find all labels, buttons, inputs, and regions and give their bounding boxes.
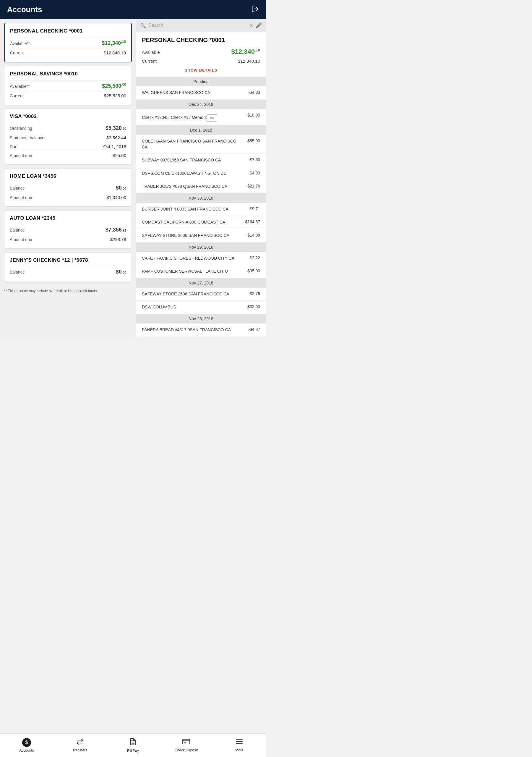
transaction-name: COMCAST CALIFORNIA 800-COMCAST CA	[142, 219, 244, 225]
transaction-amount: -$4.33	[248, 90, 260, 95]
transaction-item[interactable]: SUBWAY 00301960 SAN FRANCISCO CA-$7.60	[136, 154, 266, 167]
account-card-personal-checking[interactable]: PERSONAL CHECKING *0001 Available** $12,…	[4, 23, 132, 62]
search-bar: 🔍 ✕ 🎤	[136, 19, 266, 32]
transaction-item[interactable]: SAFEWAY STORE 2606 SAN FRANCISCO CA-$2.7…	[136, 288, 266, 301]
amount-due-value: $298.78	[110, 237, 126, 242]
detail-available-value: $12,340.10	[231, 48, 260, 56]
transaction-name: TRADER JOE'S #078 QSAN FRANCISCO CA	[142, 184, 246, 190]
current-value: $25,525.00	[104, 93, 126, 98]
transaction-item[interactable]: USPS.COM CLICK100611WASHINGTON DC-$4.90	[136, 167, 266, 180]
transaction-name: DSW COLUMBUS	[142, 304, 246, 310]
detail-available-row: Available $12,340.10	[142, 46, 260, 57]
current-label: Current	[10, 93, 24, 98]
transaction-detail-panel: 🔍 ✕ 🎤 PERSONAL CHECKING *0001 Available …	[136, 19, 266, 337]
amount-due-label: Amount due	[10, 195, 32, 200]
current-label: Current	[10, 50, 24, 55]
accounts-list-panel: PERSONAL CHECKING *0001 Available** $12,…	[0, 19, 136, 337]
transaction-section-header: Nov 30, 2018	[136, 194, 266, 203]
transaction-amount: -$32.00	[246, 304, 260, 309]
amount-due-label: Amount due	[10, 153, 32, 158]
transaction-item[interactable]: PANERA BREAD #4517 0SAN FRANCISCO CA-$4.…	[136, 323, 266, 337]
available-label: Available**	[10, 41, 30, 46]
account-name: HOME LOAN *3456	[10, 173, 126, 179]
available-value: $25,500.00	[102, 82, 126, 89]
transaction-name: PAMF CUSTOMER SERVICSALT LAKE CIT UT	[142, 268, 246, 274]
clear-search-icon[interactable]: ✕	[249, 23, 253, 28]
transaction-amount: -$10.00	[246, 113, 260, 117]
transaction-item[interactable]: Check #12345: Check #1 / Memo 2≡ $-$10.0…	[136, 109, 266, 125]
transaction-name: WALGREENS SAN FRANCISCO CA	[142, 90, 248, 96]
main-content: PERSONAL CHECKING *0001 Available** $12,…	[0, 19, 266, 337]
transaction-section-header: Dec 1, 2018	[136, 125, 266, 135]
transaction-item[interactable]: BURGER JOINT 4 0003 SAN FRANCISCO CA-$9.…	[136, 203, 266, 216]
transaction-name: PANERA BREAD #4517 0SAN FRANCISCO CA	[142, 327, 248, 333]
account-available-row: Available** $25,500.00	[10, 80, 126, 91]
search-icon: 🔍	[140, 23, 146, 28]
account-card-visa[interactable]: VISA *0002 Outstanding $5,320.20 Stateme…	[4, 108, 132, 165]
account-card-home-loan[interactable]: HOME LOAN *3456 Balance $0.00 Amount due…	[4, 168, 132, 207]
transaction-name: SUBWAY 00301960 SAN FRANCISCO CA	[142, 157, 248, 163]
account-name: AUTO LOAN *2345	[10, 215, 126, 221]
transaction-section-header: Dec 24, 2018	[136, 100, 266, 109]
statement-label: Statement balance	[10, 136, 44, 140]
detail-available-label: Available	[142, 50, 160, 55]
account-name: JENNY'S CHECKING *12 | *5678	[10, 257, 126, 263]
amount-due-value: $25.00	[113, 153, 126, 158]
transaction-amount: -$164.67	[244, 219, 260, 224]
detail-account-name: PERSONAL CHECKING *0001	[142, 37, 260, 44]
account-card-auto-loan[interactable]: AUTO LOAN *2345 Balance $7,356.21 Amount…	[4, 210, 132, 249]
transaction-amount: -$7.60	[248, 157, 260, 162]
transaction-amount: -$35.00	[246, 268, 260, 273]
detail-current-label: Current	[142, 59, 157, 64]
account-statement-row: Statement balance $3,562.44	[10, 133, 126, 142]
account-amount-due-row: Amount due $298.78	[10, 235, 126, 244]
transaction-item[interactable]: SAFEWAY STORE 2606 SAN FRANCISCO CA-$14.…	[136, 229, 266, 242]
transaction-name: COLE HAAN-SAN FRANCISCO SAN FRANCISCO CA	[142, 138, 246, 150]
detail-current-row: Current $12,840.10	[142, 57, 260, 65]
transaction-name: CAFE - PACIFIC SHORES - REDWOOD CITY CA	[142, 256, 248, 261]
transaction-amount: -$85.00	[246, 138, 260, 143]
account-amount-due-row: Amount due $1,340.00	[10, 193, 126, 202]
transaction-item[interactable]: CAFE - PACIFIC SHORES - REDWOOD CITY CA-…	[136, 252, 266, 265]
balance-value: $7,356.21	[105, 227, 126, 233]
transaction-item[interactable]: TRADER JOE'S #078 QSAN FRANCISCO CA-$21.…	[136, 180, 266, 194]
transaction-amount: -$9.71	[248, 206, 260, 211]
account-available-row: Available** $12,340.10	[10, 38, 126, 48]
balance-label: Balance	[10, 186, 25, 191]
show-details-button[interactable]: SHOW DETAILS	[142, 65, 260, 74]
transaction-name: Check #12345: Check #1 / Memo 2≡ $	[142, 113, 246, 122]
disclaimer-text: ** This balance may include overdraft or…	[0, 285, 136, 295]
transaction-item[interactable]: COMCAST CALIFORNIA 800-COMCAST CA-$164.6…	[136, 216, 266, 229]
transaction-item[interactable]: DSW COLUMBUS-$32.00	[136, 301, 266, 314]
transaction-amount: -$21.76	[246, 184, 260, 188]
balance-label: Balance	[10, 270, 25, 274]
account-balance-row: Balance $7,356.21	[10, 225, 126, 235]
transaction-amount: -$4.90	[248, 170, 260, 175]
transaction-amount: -$2.76	[248, 291, 260, 296]
account-outstanding-row: Outstanding $5,320.20	[10, 123, 126, 133]
account-card-jennys-checking[interactable]: JENNY'S CHECKING *12 | *5678 Balance $0.…	[4, 252, 132, 282]
transaction-section-header: Pending	[136, 77, 266, 86]
transaction-item[interactable]: PAMF CUSTOMER SERVICSALT LAKE CIT UT-$35…	[136, 265, 266, 278]
check-image-thumbnail[interactable]: ≡ $	[207, 114, 217, 122]
transaction-amount: -$2.22	[248, 256, 260, 260]
detail-current-value: $12,840.10	[238, 59, 260, 64]
microphone-icon[interactable]: 🎤	[255, 22, 262, 29]
due-label: Due	[10, 144, 17, 149]
transaction-name: USPS.COM CLICK100611WASHINGTON DC	[142, 170, 248, 176]
search-input[interactable]	[148, 23, 247, 28]
statement-value: $3,562.44	[106, 135, 126, 140]
account-name: PERSONAL SAVINGS *0010	[10, 71, 126, 77]
account-name: PERSONAL CHECKING *0001	[10, 28, 126, 34]
account-card-personal-savings[interactable]: PERSONAL SAVINGS *0010 Available** $25,5…	[4, 66, 132, 105]
app-header: Accounts	[0, 0, 266, 19]
outstanding-label: Outstanding	[10, 126, 32, 131]
available-value: $12,340.10	[102, 40, 126, 46]
transaction-item[interactable]: COLE HAAN-SAN FRANCISCO SAN FRANCISCO CA…	[136, 135, 266, 154]
account-current-row: Current $12,840.10	[10, 48, 126, 57]
current-value: $12,840.10	[104, 50, 126, 55]
balance-label: Balance	[10, 228, 25, 232]
transaction-item[interactable]: WALGREENS SAN FRANCISCO CA-$4.33	[136, 86, 266, 100]
account-balance-row: Balance $0.00	[10, 267, 126, 277]
logout-icon[interactable]	[251, 5, 259, 15]
